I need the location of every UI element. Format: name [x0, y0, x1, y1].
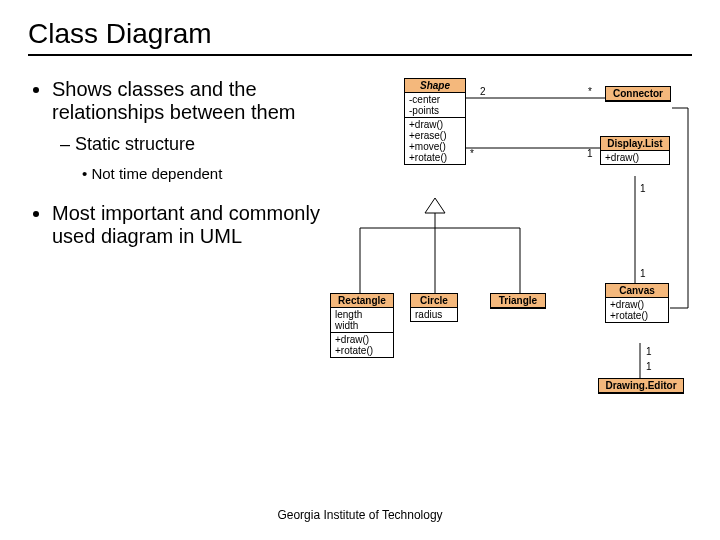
class-drawing-editor: Drawing.Editor: [598, 378, 684, 394]
class-triangle: Triangle: [490, 293, 546, 309]
mult-1-canvas-top: 1: [640, 183, 646, 194]
bullet-2: Most important and commonly used diagram…: [52, 202, 320, 247]
class-displaylist-ops: +draw(): [601, 151, 669, 164]
svg-marker-0: [425, 198, 445, 213]
mult-star-connector: *: [588, 86, 592, 97]
class-triangle-name: Triangle: [491, 294, 545, 308]
mult-1-de-bot: 1: [646, 361, 652, 372]
page-title: Class Diagram: [28, 18, 692, 56]
class-shape: Shape -center -points +draw() +erase() +…: [404, 78, 466, 165]
mult-2: 2: [480, 86, 486, 97]
class-rectangle: Rectangle length width +draw() +rotate(): [330, 293, 394, 358]
bullet-list: Shows classes and the relationships betw…: [30, 68, 340, 428]
class-connector: Connector: [605, 86, 671, 102]
class-drawing-editor-name: Drawing.Editor: [599, 379, 683, 393]
class-rectangle-ops: +draw() +rotate(): [331, 333, 393, 357]
class-connector-name: Connector: [606, 87, 670, 101]
bullet-1-1-1: Not time dependent: [91, 165, 222, 182]
class-canvas-name: Canvas: [606, 284, 668, 298]
mult-star-displaylist: *: [470, 148, 474, 159]
class-rectangle-name: Rectangle: [331, 294, 393, 308]
footer-text: Georgia Institute of Technology: [0, 508, 720, 522]
class-circle-attrs: radius: [411, 308, 457, 321]
class-displaylist-name: Display.List: [601, 137, 669, 151]
class-shape-attrs: -center -points: [405, 93, 465, 118]
bullet-1: Shows classes and the relationships betw…: [52, 78, 295, 123]
bullet-1-1: Static structure: [75, 134, 195, 154]
class-displaylist: Display.List +draw(): [600, 136, 670, 165]
class-shape-name: Shape: [405, 79, 465, 93]
class-rectangle-attrs: length width: [331, 308, 393, 333]
mult-1-canvas-side: 1: [640, 268, 646, 279]
class-circle-name: Circle: [411, 294, 457, 308]
class-canvas-ops: +draw() +rotate(): [606, 298, 668, 322]
class-shape-ops: +draw() +erase() +move() +rotate(): [405, 118, 465, 164]
class-circle: Circle radius: [410, 293, 458, 322]
mult-1-de-top: 1: [646, 346, 652, 357]
class-canvas: Canvas +draw() +rotate(): [605, 283, 669, 323]
uml-diagram: Shape -center -points +draw() +erase() +…: [340, 68, 710, 428]
mult-1-displaylist: 1: [587, 148, 593, 159]
